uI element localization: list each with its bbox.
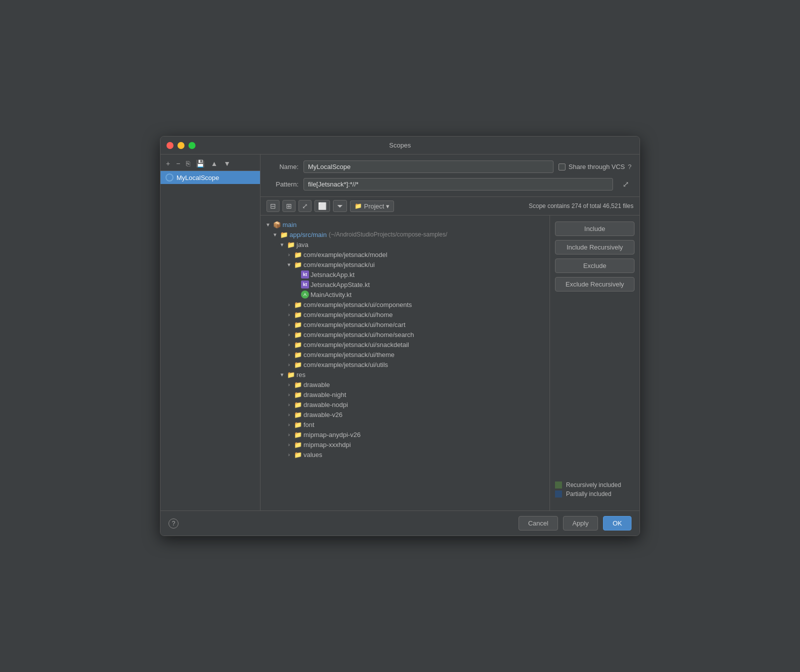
folder-home-icon: 📁	[294, 310, 302, 318]
tree-toolbar: ⊟ ⊞ ⤢ ⬜ ⏷ 📁 Project ▾ Scope contains 274…	[260, 197, 640, 216]
up-scope-button[interactable]: ▲	[208, 158, 220, 168]
add-scope-button[interactable]: +	[164, 158, 172, 168]
tree-node-drawable[interactable]: › 📁 drawable	[260, 380, 550, 390]
exclude-recursively-button[interactable]: Exclude Recursively	[555, 277, 634, 292]
node-name-mainactivity: MainActivity.kt	[310, 291, 352, 298]
legend: Recursively included Partially included	[555, 476, 634, 504]
legend-recursively-included: Recursively included	[555, 482, 634, 488]
tree-node-ui[interactable]: ▼ 📁 com/example/jetsnack/ui	[260, 260, 550, 270]
res-folder-icon: 📁	[287, 370, 295, 378]
tree-node-model[interactable]: › 📁 com/example/jetsnack/model	[260, 250, 550, 260]
bottom-left: ?	[168, 518, 178, 528]
tree-node-java[interactable]: ▼ 📁 java	[260, 240, 550, 250]
minimize-button[interactable]	[178, 142, 184, 149]
scope-item-mylocalscope[interactable]: MyLocalScope	[160, 171, 260, 184]
project-dropdown[interactable]: 📁 Project ▾	[350, 200, 394, 212]
include-button[interactable]: Include	[555, 222, 634, 236]
tree-node-mipmap-anydpi[interactable]: › 📁 mipmap-anydpi-v26	[260, 430, 550, 440]
node-name-appsrcmain: app/src/main	[290, 231, 326, 238]
project-icon: 📁	[354, 202, 362, 210]
node-name-drawable-nodpi: drawable-nodpi	[304, 401, 348, 408]
node-name-mipmap-anydpi: mipmap-anydpi-v26	[304, 431, 360, 438]
close-button[interactable]	[166, 142, 174, 149]
dialog-title: Scopes	[389, 142, 410, 149]
node-name-theme: com/example/jetsnack/ui/theme	[304, 351, 394, 358]
tree-node-drawable-nodpi[interactable]: › 📁 drawable-nodpi	[260, 400, 550, 410]
chevron-font-icon: ›	[286, 422, 292, 428]
chevron-ui-icon: ▼	[286, 262, 292, 268]
node-name-font: font	[304, 421, 314, 428]
chevron-mipmap-xxxhdpi-icon: ›	[286, 442, 292, 448]
expand-pattern-button[interactable]: ⤢	[620, 179, 632, 190]
tree-node-main[interactable]: ▼ 📦 main	[260, 220, 550, 230]
apply-button[interactable]: Apply	[563, 516, 598, 530]
folder-mipmap-xxxhdpi-icon: 📁	[294, 440, 302, 448]
partially-included-label: Partially included	[566, 490, 612, 498]
tree-node-drawable-night[interactable]: › 📁 drawable-night	[260, 390, 550, 400]
exclude-button[interactable]: Exclude	[555, 258, 634, 273]
save-scope-button[interactable]: 💾	[194, 158, 207, 168]
chevron-appsrcmain-icon: ▼	[272, 232, 278, 238]
node-name-components: com/example/jetsnack/ui/components	[304, 301, 412, 308]
tree-node-jetsnackappstate[interactable]: kt JetsnackAppState.kt	[260, 280, 550, 290]
remove-scope-button[interactable]: −	[174, 158, 182, 168]
chevron-res-icon: ▼	[278, 372, 286, 378]
folder-model-icon: 📁	[294, 250, 302, 258]
node-hint-appsrcmain: (~/AndroidStudioProjects/compose-samples…	[328, 231, 447, 238]
tree-node-values[interactable]: › 📁 values	[260, 450, 550, 460]
tree-node-components[interactable]: › 📁 com/example/jetsnack/ui/components	[260, 300, 550, 310]
chevron-drawable-icon: ›	[286, 382, 292, 388]
down-scope-button[interactable]: ▼	[221, 158, 233, 168]
node-name-main: main	[282, 221, 296, 228]
tree-node-cart[interactable]: › 📁 com/example/jetsnack/ui/home/cart	[260, 320, 550, 330]
cancel-button[interactable]: Cancel	[518, 516, 558, 530]
tree-node-mainactivity[interactable]: A MainActivity.kt	[260, 290, 550, 300]
chevron-search-icon: ›	[286, 332, 292, 338]
expand-all-button[interactable]: ⊞	[282, 200, 296, 212]
tree-node-utils[interactable]: › 📁 com/example/jetsnack/ui/utils	[260, 360, 550, 370]
tree-node-appsrcmain[interactable]: ▼ 📁 app/src/main (~/AndroidStudioProject…	[260, 230, 550, 240]
tree-node-home[interactable]: › 📁 com/example/jetsnack/ui/home	[260, 310, 550, 320]
flatten-button[interactable]: ⬜	[314, 200, 330, 212]
folder-utils-icon: 📁	[294, 360, 302, 368]
node-name-drawable: drawable	[304, 381, 330, 388]
maximize-button[interactable]	[188, 142, 196, 149]
ok-button[interactable]: OK	[603, 516, 632, 530]
chevron-drawable-night-icon: ›	[286, 392, 292, 398]
tree-node-search[interactable]: › 📁 com/example/jetsnack/ui/home/search	[260, 330, 550, 340]
help-button[interactable]: ?	[168, 518, 178, 528]
sidebar: + − ⎘ 💾 ▲ ▼ MyLocalScope	[160, 154, 260, 510]
chevron-mipmap-anydpi-icon: ›	[286, 432, 292, 438]
name-row: Name: Share through VCS ?	[268, 160, 632, 173]
chevron-model-icon: ›	[286, 252, 292, 258]
copy-scope-button[interactable]: ⎘	[184, 158, 192, 168]
collapse-all-button[interactable]: ⊟	[266, 200, 280, 212]
tree-node-drawable-v26[interactable]: › 📁 drawable-v26	[260, 410, 550, 420]
folder-theme-icon: 📁	[294, 350, 302, 358]
kt-appstate-icon: kt	[301, 280, 309, 288]
tree-node-jetsnackapp[interactable]: kt JetsnackApp.kt	[260, 270, 550, 280]
legend-partially-included: Partially included	[555, 490, 634, 498]
chevron-snackdetail-icon: ›	[286, 342, 292, 348]
side-buttons-panel: Include Include Recursively Exclude Excl…	[550, 216, 640, 510]
pattern-input[interactable]	[304, 178, 613, 190]
node-name-model: com/example/jetsnack/model	[304, 251, 388, 258]
file-tree[interactable]: ▼ 📦 main ▼ 📁 app/src/main (~/AndroidStud…	[260, 216, 550, 510]
share-vcs-checkbox[interactable]	[558, 164, 566, 170]
name-input[interactable]	[304, 160, 554, 173]
tree-node-font[interactable]: › 📁 font	[260, 420, 550, 430]
scroll-to-button[interactable]: ⤢	[298, 200, 312, 212]
filter-button[interactable]: ⏷	[333, 200, 347, 212]
scope-icon	[166, 174, 174, 182]
tree-node-res[interactable]: ▼ 📁 res	[260, 370, 550, 380]
tree-node-mipmap-xxxhdpi[interactable]: › 📁 mipmap-xxxhdpi	[260, 440, 550, 450]
tree-node-snackdetail[interactable]: › 📁 com/example/jetsnack/ui/snackdetail	[260, 340, 550, 350]
chevron-values-icon: ›	[286, 452, 292, 458]
include-recursively-button[interactable]: Include Recursively	[555, 240, 634, 254]
node-name-java: java	[296, 241, 308, 248]
node-name-mipmap-xxxhdpi: mipmap-xxxhdpi	[304, 441, 351, 448]
node-name-ui: com/example/jetsnack/ui	[304, 261, 374, 268]
share-vcs-help-icon[interactable]: ?	[628, 163, 632, 170]
tree-node-theme[interactable]: › 📁 com/example/jetsnack/ui/theme	[260, 350, 550, 360]
top-fields: Name: Share through VCS ? Pattern: ⤢	[260, 154, 640, 197]
